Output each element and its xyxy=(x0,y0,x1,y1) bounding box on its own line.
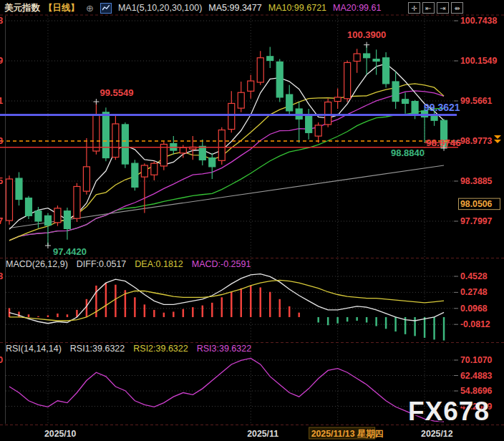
svg-text:99.5661: 99.5661 xyxy=(460,96,493,106)
svg-text:98.9773: 98.9773 xyxy=(460,136,493,146)
svg-text:99.3621: 99.3621 xyxy=(424,102,460,113)
svg-text:100.7438: 100.7438 xyxy=(460,16,497,26)
rsi1-value: RSI1:39.6322 xyxy=(70,344,125,355)
svg-text:97.7997: 97.7997 xyxy=(460,216,493,226)
ma5-value: MA5:99.3477 xyxy=(208,3,261,13)
add-indicator-icon[interactable]: ⊕ xyxy=(86,3,94,14)
period-label: 【日线】 xyxy=(44,2,79,14)
svg-text:2025/10: 2025/10 xyxy=(44,429,77,439)
rsi-panel xyxy=(9,358,444,422)
price-panel: 99.362198.874699.554997.4420100.390098.8… xyxy=(0,29,501,257)
svg-text:100.1549: 100.1549 xyxy=(460,56,497,66)
ma-group-label: MA1(5,10,20,30,100) xyxy=(118,3,202,13)
svg-text:62.4883: 62.4883 xyxy=(460,371,493,381)
macd-panel xyxy=(9,274,444,341)
svg-text:-0.0812: -0.0812 xyxy=(460,319,490,329)
svg-text:3: 3 xyxy=(0,136,3,146)
macd-header: MACD(26,12,9) DIFF:0.0517 DEA:0.1812 MAC… xyxy=(6,259,259,271)
watermark: FX678 xyxy=(408,397,490,427)
gridlines xyxy=(0,15,504,425)
chart-style-icon[interactable] xyxy=(100,3,112,14)
svg-text:7: 7 xyxy=(0,216,3,226)
rsi-params: RSI(14,14,14) xyxy=(6,344,62,355)
svg-text:97.4420: 97.4420 xyxy=(53,246,87,257)
svg-text:54.8696: 54.8696 xyxy=(460,386,493,396)
pan-icon[interactable]: ✛ xyxy=(408,2,420,14)
ma10-value: MA10:99.6721 xyxy=(268,3,326,13)
svg-text:2025/12: 2025/12 xyxy=(421,429,453,439)
svg-text:9: 9 xyxy=(0,56,3,66)
chart-header: 美元指数 【日线】 ⊕ MA1(5,10,20,30,100) MA5:99.3… xyxy=(4,1,387,14)
axis-forward-icon[interactable]: ⇥ xyxy=(437,2,449,14)
rsi3-value: RSI3:39.6322 xyxy=(197,344,251,355)
svg-text:0.4528: 0.4528 xyxy=(460,271,488,281)
macd-dea-value: DEA:0.1812 xyxy=(135,259,183,271)
trading-chart-window: 99.362198.874699.554997.4420100.390098.8… xyxy=(0,0,504,441)
svg-text:2025/11/13 星期四: 2025/11/13 星期四 xyxy=(311,429,384,439)
svg-text:2025/11: 2025/11 xyxy=(247,429,278,439)
svg-text:0.2748: 0.2748 xyxy=(460,287,488,297)
svg-text:0.0968: 0.0968 xyxy=(460,304,488,314)
shift-right-icon[interactable]: ⇻ xyxy=(451,2,463,14)
symbol-name: 美元指数 xyxy=(4,2,40,14)
svg-text:5: 5 xyxy=(0,176,3,186)
ma20-value: MA20:99.61 xyxy=(333,3,381,13)
svg-text:0: 0 xyxy=(0,355,3,365)
macd-diff-value: DIFF:0.0517 xyxy=(77,259,126,271)
svg-text:8: 8 xyxy=(0,16,3,26)
svg-text:70.1070: 70.1070 xyxy=(460,355,493,365)
rsi2-value: RSI2:39.6322 xyxy=(133,344,188,355)
svg-text:8: 8 xyxy=(0,271,3,281)
svg-text:1: 1 xyxy=(0,96,3,106)
svg-text:98.8840: 98.8840 xyxy=(391,147,425,158)
svg-text:100.3900: 100.3900 xyxy=(347,29,386,40)
svg-text:98.3885: 98.3885 xyxy=(460,176,493,186)
axis-scale-icon[interactable]: ⇤ xyxy=(422,2,435,14)
svg-text:98.0506: 98.0506 xyxy=(460,199,493,209)
macd-params: MACD(26,12,9) xyxy=(6,259,68,271)
chart-canvas[interactable]: 99.362198.874699.554997.4420100.390098.8… xyxy=(0,0,504,441)
chart-toolbar: ✛ ⇤ ⇥ ⇻ xyxy=(406,2,463,14)
rsi-header: RSI(14,14,14) RSI1:39.6322 RSI2:39.6322 … xyxy=(6,344,260,355)
svg-text:99.5549: 99.5549 xyxy=(100,87,133,98)
macd-macd-value: MACD:-0.2591 xyxy=(192,259,251,271)
